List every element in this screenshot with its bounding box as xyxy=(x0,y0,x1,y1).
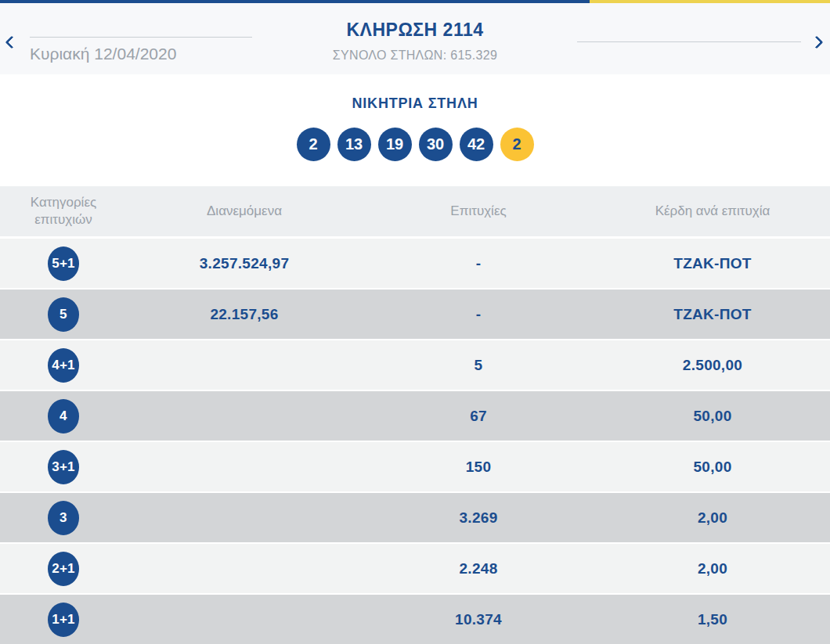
category-badge: 1+1 xyxy=(48,603,79,637)
chevron-left-icon xyxy=(5,36,19,49)
category-cell: 3+1 xyxy=(0,450,127,484)
distributed-cell: 22.157,56 xyxy=(127,306,362,323)
winners-cell: 3.269 xyxy=(362,509,595,527)
table-row: 2+1 2.248 2,00 xyxy=(0,544,830,595)
next-draw-block xyxy=(577,41,801,42)
prize-cell: 1,50 xyxy=(595,611,830,628)
table-row: 4+1 5 2.500,00 xyxy=(0,340,830,391)
prize-cell: ΤΖΑΚ-ΠΟΤ xyxy=(595,306,830,323)
category-badge: 5+1 xyxy=(48,246,79,281)
winning-number-ball: 42 xyxy=(460,128,493,161)
winning-number-ball: 30 xyxy=(419,128,453,161)
winning-number-ball: 2 xyxy=(297,128,330,161)
category-cell: 2+1 xyxy=(0,552,127,586)
table-row: 4 67 50,00 xyxy=(0,391,830,442)
category-badge: 3+1 xyxy=(48,450,79,484)
winning-numbers: 2 13 19 30 42 2 xyxy=(0,128,830,161)
next-divider-line xyxy=(577,41,801,42)
table-header-row: Κατηγορίες επιτυχιών Διανεμόμενα Επιτυχί… xyxy=(0,186,830,239)
winning-number-ball: 19 xyxy=(378,128,412,161)
winners-cell: 10.374 xyxy=(362,611,595,628)
current-draw-date-block: Κυριακή 12/04/2020 xyxy=(30,37,252,63)
prize-cell: ΤΖΑΚ-ΠΟΤ xyxy=(595,255,830,272)
winning-column-section: ΝΙΚΗΤΡΙΑ ΣΤΗΛΗ 2 13 19 30 42 2 xyxy=(0,74,830,186)
column-header-prize: Κέρδη ανά επιτυχία xyxy=(595,203,830,220)
table-row: 3+1 150 50,00 xyxy=(0,442,830,493)
winners-cell: - xyxy=(362,306,595,323)
category-badge: 5 xyxy=(48,297,79,332)
winning-column-title: ΝΙΚΗΤΡΙΑ ΣΤΗΛΗ xyxy=(0,95,830,112)
table-row: 3 3.269 2,00 xyxy=(0,493,830,544)
category-cell: 5 xyxy=(0,297,127,332)
prize-results-table: Κατηγορίες επιτυχιών Διανεμόμενα Επιτυχί… xyxy=(0,186,830,644)
prize-cell: 50,00 xyxy=(595,408,830,425)
winners-cell: 5 xyxy=(362,357,595,374)
category-badge: 4+1 xyxy=(48,348,79,383)
winning-number-ball: 13 xyxy=(337,128,371,161)
category-cell: 4 xyxy=(0,399,127,434)
column-header-winners: Επιτυχίες xyxy=(362,203,595,220)
category-badge: 2+1 xyxy=(48,552,79,586)
category-cell: 5+1 xyxy=(0,246,127,281)
draw-header: Κυριακή 12/04/2020 ΚΛΗΡΩΣΗ 2114 ΣΥΝΟΛΟ Σ… xyxy=(0,3,830,74)
column-header-distributed: Διανεμόμενα xyxy=(127,203,362,220)
draw-title: ΚΛΗΡΩΣΗ 2114 xyxy=(333,20,497,41)
prize-cell: 2,00 xyxy=(595,509,830,527)
date-divider-line xyxy=(30,37,252,38)
table-row: 5 22.157,56 - ΤΖΑΚ-ΠΟΤ xyxy=(0,290,830,340)
category-cell: 3 xyxy=(0,501,127,535)
total-columns-label: ΣΥΝΟΛΟ ΣΤΗΛΩΝ: 615.329 xyxy=(333,49,497,63)
category-cell: 1+1 xyxy=(0,603,127,637)
chevron-right-icon xyxy=(810,36,824,49)
previous-draw-button[interactable] xyxy=(2,33,21,52)
winners-cell: 67 xyxy=(362,408,595,425)
prize-cell: 50,00 xyxy=(595,459,830,476)
winners-cell: - xyxy=(362,255,595,272)
distributed-cell: 3.257.524,97 xyxy=(127,255,362,272)
table-row: 1+1 10.374 1,50 xyxy=(0,595,830,644)
next-draw-button[interactable] xyxy=(807,33,826,52)
winners-cell: 150 xyxy=(362,459,595,476)
category-badge: 4 xyxy=(48,399,79,434)
category-cell: 4+1 xyxy=(0,348,127,383)
prize-cell: 2,00 xyxy=(595,560,830,577)
category-badge: 3 xyxy=(48,501,79,535)
draw-title-block: ΚΛΗΡΩΣΗ 2114 ΣΥΝΟΛΟ ΣΤΗΛΩΝ: 615.329 xyxy=(333,20,497,63)
winners-cell: 2.248 xyxy=(362,560,595,577)
table-row: 5+1 3.257.524,97 - ΤΖΑΚ-ΠΟΤ xyxy=(0,239,830,290)
tzoker-draw-results-page: Κυριακή 12/04/2020 ΚΛΗΡΩΣΗ 2114 ΣΥΝΟΛΟ Σ… xyxy=(0,0,830,644)
column-header-categories: Κατηγορίες επιτυχιών xyxy=(0,194,127,228)
joker-number-ball: 2 xyxy=(500,128,534,161)
draw-date: Κυριακή 12/04/2020 xyxy=(30,45,252,63)
prize-cell: 2.500,00 xyxy=(595,357,830,374)
